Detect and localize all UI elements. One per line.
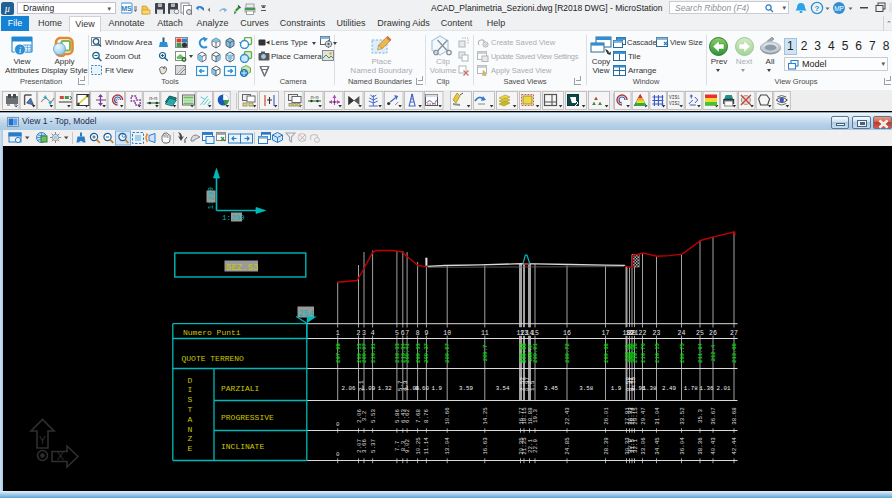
svg-text:4.3: 4.3 — [402, 380, 409, 391]
svg-text:3.54: 3.54 — [496, 385, 510, 392]
svg-text:33.06: 33.06 — [640, 437, 647, 455]
svg-text:1.9: 1.9 — [432, 385, 443, 392]
svg-text:23: 23 — [653, 330, 661, 337]
svg-text:Z: Z — [188, 434, 193, 443]
svg-text:209.41: 209.41 — [404, 342, 411, 363]
svg-text:22.9: 22.9 — [532, 439, 539, 453]
svg-text:D: D — [188, 376, 193, 385]
svg-text:209.72: 209.72 — [564, 343, 571, 363]
svg-text:19.3: 19.3 — [532, 409, 539, 423]
svg-text:3.2: 3.2 — [361, 410, 368, 421]
svg-text:209.68: 209.68 — [603, 342, 610, 363]
svg-text:38.68: 38.68 — [731, 407, 738, 425]
svg-text:209.7: 209.7 — [482, 345, 489, 362]
svg-text:n-n: n-n — [311, 94, 319, 100]
svg-text:2: 2 — [677, 101, 680, 106]
svg-text:PARZIALI: PARZIALI — [221, 384, 259, 393]
svg-text:24.85: 24.85 — [564, 437, 571, 455]
svg-text:3.59: 3.59 — [459, 385, 473, 392]
svg-text:28.39: 28.39 — [603, 437, 610, 455]
svg-text:11.14: 11.14 — [423, 437, 430, 455]
svg-text:X: X — [57, 450, 65, 462]
svg-text:15: 15 — [531, 330, 539, 337]
svg-text:Numero Punti: Numero Punti — [183, 328, 241, 337]
svg-text:9: 9 — [424, 330, 428, 337]
svg-text:7: 7 — [405, 330, 409, 337]
svg-text:209.33: 209.33 — [415, 342, 422, 363]
svg-text:36.04: 36.04 — [679, 437, 686, 455]
svg-text:1.36: 1.36 — [700, 385, 714, 392]
svg-text:31.04: 31.04 — [654, 407, 661, 425]
svg-text:5.37: 5.37 — [370, 439, 377, 453]
svg-text:PROGRESSIVE: PROGRESSIVE — [221, 413, 274, 422]
svg-text:QUOTE TERRENO: QUOTE TERRENO — [182, 354, 245, 363]
svg-text:N: N — [188, 425, 193, 434]
svg-text:22: 22 — [639, 330, 647, 337]
svg-text:1.78: 1.78 — [684, 385, 698, 392]
svg-text:10: 10 — [443, 330, 451, 337]
svg-text:6.62: 6.62 — [404, 409, 411, 423]
svg-text:36.67: 36.67 — [710, 407, 717, 425]
svg-text:211.04: 211.04 — [697, 342, 704, 363]
svg-text:209.75: 209.75 — [679, 342, 686, 363]
svg-text:42.44: 42.44 — [731, 437, 738, 455]
svg-text:22.43: 22.43 — [564, 407, 571, 425]
svg-text:212.4: 212.4 — [710, 344, 717, 361]
svg-text:210.16: 210.16 — [632, 343, 639, 363]
svg-text:213.68: 213.68 — [731, 342, 738, 363]
svg-text:16: 16 — [563, 330, 571, 337]
svg-text:209.97: 209.97 — [361, 343, 368, 363]
svg-text:1:200: 1:200 — [222, 214, 245, 222]
svg-text:35.3: 35.3 — [697, 409, 704, 423]
svg-text:1: 1 — [677, 95, 680, 100]
svg-text:26: 26 — [709, 330, 717, 337]
svg-text:0: 0 — [336, 421, 340, 428]
svg-text:1.5: 1.5 — [529, 380, 536, 391]
svg-text:2: 2 — [357, 330, 361, 337]
svg-text:3: 3 — [362, 330, 366, 337]
svg-text:2.01: 2.01 — [717, 385, 731, 392]
svg-text:210.31: 210.31 — [370, 342, 377, 363]
svg-text:10.25: 10.25 — [415, 437, 422, 455]
svg-text:5.53: 5.53 — [370, 409, 377, 423]
svg-text:38.36: 38.36 — [697, 437, 704, 455]
svg-text:E: E — [188, 444, 193, 453]
svg-text:29.15: 29.15 — [632, 407, 639, 425]
svg-text:Y: Y — [39, 434, 47, 446]
svg-text:210.76: 210.76 — [640, 343, 647, 363]
svg-text:1.32: 1.32 — [378, 385, 392, 392]
svg-text:209.91: 209.91 — [532, 342, 539, 363]
svg-text:5: 5 — [395, 330, 399, 337]
svg-text:24: 24 — [678, 330, 686, 337]
svg-text:1:200: 1:200 — [207, 186, 215, 209]
svg-text:8.76: 8.76 — [423, 409, 430, 423]
svg-text:26.01: 26.01 — [603, 407, 610, 425]
svg-text:25: 25 — [696, 330, 704, 337]
svg-text:9.02: 9.02 — [404, 439, 411, 453]
svg-text:2.06: 2.06 — [342, 385, 356, 392]
svg-text:2.1: 2.1 — [358, 380, 365, 391]
svg-text:29.47: 29.47 — [640, 407, 647, 425]
svg-text:14.25: 14.25 — [482, 407, 489, 425]
svg-text:17: 17 — [602, 330, 610, 337]
svg-text:210.15: 210.15 — [654, 342, 661, 363]
svg-text:MS: MS — [121, 5, 132, 12]
svg-text:207.98: 207.98 — [335, 342, 342, 363]
svg-text:A: A — [188, 415, 193, 424]
svg-text:µ: µ — [5, 3, 11, 14]
svg-text:0: 0 — [336, 451, 340, 458]
svg-text:11: 11 — [481, 330, 489, 337]
svg-text:209.37: 209.37 — [423, 343, 430, 363]
svg-text:n-n: n-n — [149, 95, 157, 101]
svg-text:34.45: 34.45 — [654, 437, 661, 455]
svg-text:13.04: 13.04 — [444, 437, 451, 455]
svg-text:32.1: 32.1 — [632, 439, 639, 453]
svg-text:10.66: 10.66 — [444, 407, 451, 425]
svg-text:SEZ.53: SEZ.53 — [226, 263, 258, 273]
svg-text:3.45: 3.45 — [544, 385, 558, 392]
svg-text:T: T — [188, 405, 193, 414]
svg-text:0.15: 0.15 — [630, 377, 637, 391]
svg-text:33.52: 33.52 — [679, 407, 686, 425]
svg-text:MP: MP — [834, 5, 844, 12]
svg-text:7.68: 7.68 — [415, 409, 422, 423]
